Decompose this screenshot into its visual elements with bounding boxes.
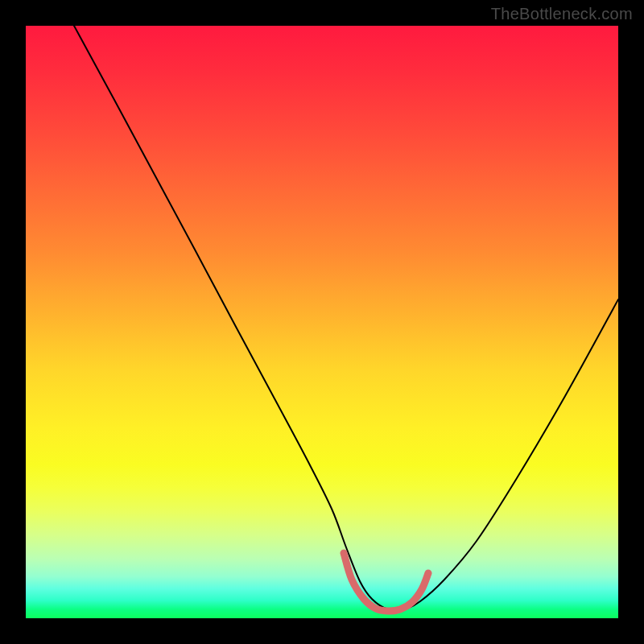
plot-area <box>26 26 618 618</box>
chart-frame: TheBottleneck.com <box>0 0 644 644</box>
valley-floor-highlight <box>344 553 428 611</box>
bottleneck-curve <box>74 26 618 610</box>
curve-layer <box>26 26 618 618</box>
watermark-text: TheBottleneck.com <box>491 5 633 23</box>
